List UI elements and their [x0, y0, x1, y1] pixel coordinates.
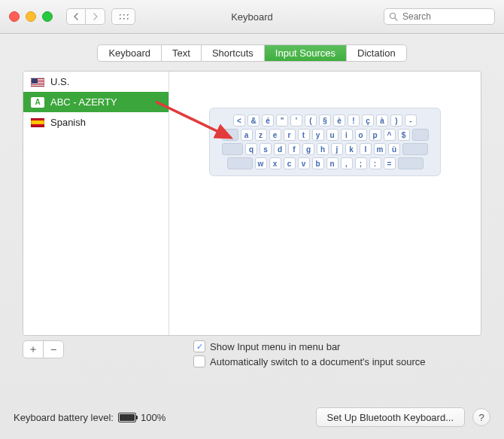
tab-keyboard[interactable]: Keyboard [98, 45, 162, 61]
source-item-us[interactable]: U.S. [23, 72, 169, 92]
battery-icon [118, 413, 136, 422]
tab-bar: Keyboard Text Shortcuts Input Sources Di… [97, 44, 406, 62]
controls-row: ＋ − ✓ Show Input menu in menu bar Automa… [23, 340, 481, 367]
source-item-spanish[interactable]: Spanish [23, 112, 169, 133]
keycap: y [312, 129, 324, 141]
keycap: ^ [384, 129, 396, 141]
keycap: à [376, 114, 388, 127]
option-label: Automatically switch to a document's inp… [210, 356, 425, 367]
spacer-key [222, 143, 243, 155]
keycap: ; [355, 157, 367, 169]
input-source-list[interactable]: U.S. A ABC - AZERTY Spanish [23, 72, 169, 335]
keyboard-row: azertyuiop^$ [216, 129, 434, 141]
spacer-key [412, 129, 429, 141]
add-remove-group: ＋ − [23, 340, 64, 358]
tab-shortcuts[interactable]: Shortcuts [202, 45, 265, 61]
keyboard-preview-area: <&é"'(§è!çà)-azertyuiop^$qsdfghjklmùwxcv… [169, 72, 481, 335]
keycap: w [255, 157, 267, 169]
search-icon [389, 12, 398, 21]
keycap: p [369, 129, 381, 141]
titlebar: Keyboard [0, 0, 504, 34]
add-source-button[interactable]: ＋ [23, 341, 44, 358]
keycap: k [345, 143, 357, 155]
source-label: Spanish [50, 117, 86, 128]
keycap: n [326, 157, 339, 169]
keycap: m [374, 143, 386, 155]
keycap: = [384, 157, 396, 169]
zoom-window-button[interactable] [42, 11, 53, 22]
keycap: $ [398, 129, 410, 141]
tab-text[interactable]: Text [162, 45, 202, 61]
keycap: o [355, 129, 367, 141]
battery-label: Keyboard battery level: [14, 412, 114, 423]
tab-input-sources[interactable]: Input Sources [265, 45, 347, 61]
window-controls [9, 11, 53, 22]
search-field[interactable] [384, 8, 495, 25]
show-input-menu-option[interactable]: ✓ Show Input menu in menu bar [193, 340, 425, 352]
option-label: Show Input menu in menu bar [210, 341, 340, 352]
grid-icon [118, 13, 129, 20]
close-window-button[interactable] [9, 11, 20, 22]
keycap: c [284, 157, 296, 169]
keycap: h [317, 143, 329, 155]
keycap: s [260, 143, 272, 155]
source-item-abc-azerty[interactable]: A ABC - AZERTY [23, 92, 169, 112]
spacer-key [402, 143, 428, 155]
abc-icon: A [31, 97, 44, 108]
keycap: ( [305, 114, 317, 127]
options-group: ✓ Show Input menu in menu bar Automatica… [193, 340, 425, 367]
keycap: é [262, 114, 274, 127]
checkbox-unchecked-icon [193, 355, 205, 367]
keycap: ! [348, 114, 360, 127]
bottom-bar: Keyboard battery level: 100% Set Up Blue… [0, 397, 504, 439]
source-label: ABC - AZERTY [50, 96, 117, 108]
keycap: q [245, 143, 257, 155]
spacer-key [398, 157, 424, 169]
battery-level: 100% [141, 412, 165, 423]
remove-source-button[interactable]: − [44, 341, 63, 358]
auto-switch-option[interactable]: Automatically switch to a document's inp… [193, 355, 425, 367]
forward-button[interactable] [86, 8, 105, 25]
keycap: v [298, 157, 310, 169]
keycap: & [247, 114, 260, 127]
keycap: t [298, 129, 310, 141]
keyboard-preview: <&é"'(§è!çà)-azertyuiop^$qsdfghjklmùwxcv… [209, 108, 441, 176]
keycap: b [312, 157, 324, 169]
keycap: f [288, 143, 300, 155]
setup-bluetooth-button[interactable]: Set Up Bluetooth Keyboard... [316, 407, 465, 427]
minimize-window-button[interactable] [26, 11, 36, 22]
keycap: " [276, 114, 288, 127]
keycap: a [241, 129, 253, 141]
keycap: , [341, 157, 353, 169]
keyboard-row: qsdfghjklmù [216, 143, 434, 155]
search-input[interactable] [401, 11, 490, 23]
keycap: § [319, 114, 331, 127]
flag-es-icon [31, 118, 44, 127]
spacer-key [222, 129, 238, 141]
keycap: è [333, 114, 345, 127]
keycap: u [326, 129, 339, 141]
keycap: ù [388, 143, 400, 155]
keycap: : [369, 157, 381, 169]
help-button[interactable]: ? [472, 408, 490, 426]
keycap: j [331, 143, 343, 155]
keycap: e [269, 129, 281, 141]
keycap: ' [290, 114, 302, 127]
keycap: < [233, 114, 245, 127]
keycap: l [360, 143, 372, 155]
keycap: r [284, 129, 296, 141]
keycap: g [302, 143, 314, 155]
show-all-button[interactable] [111, 8, 135, 25]
keyboard-row: wxcvbn,;:= [216, 157, 434, 169]
spacer-key [227, 157, 253, 169]
keyboard-row: <&é"'(§è!çà)- [216, 114, 434, 127]
svg-point-0 [390, 14, 396, 19]
keycap: d [274, 143, 286, 155]
svg-line-1 [395, 18, 397, 20]
keycap: ) [390, 114, 402, 127]
keycap: z [255, 129, 267, 141]
keycap: x [269, 157, 281, 169]
preferences-window: Keyboard Keyboard Text Shortcuts Input S… [0, 0, 504, 439]
tab-dictation[interactable]: Dictation [347, 45, 406, 61]
back-button[interactable] [66, 8, 86, 25]
